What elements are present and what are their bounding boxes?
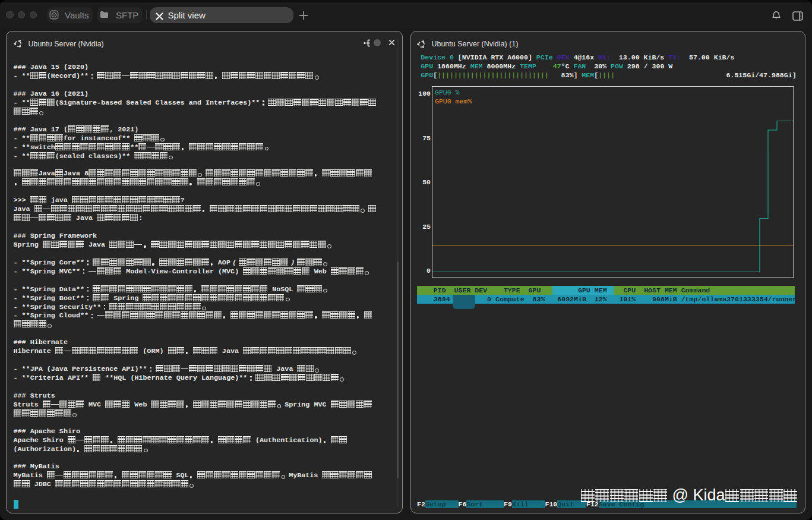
svg-text:GPU0 %: GPU0 % <box>435 89 460 96</box>
svg-text:GPU0 mem%: GPU0 mem% <box>435 97 472 105</box>
